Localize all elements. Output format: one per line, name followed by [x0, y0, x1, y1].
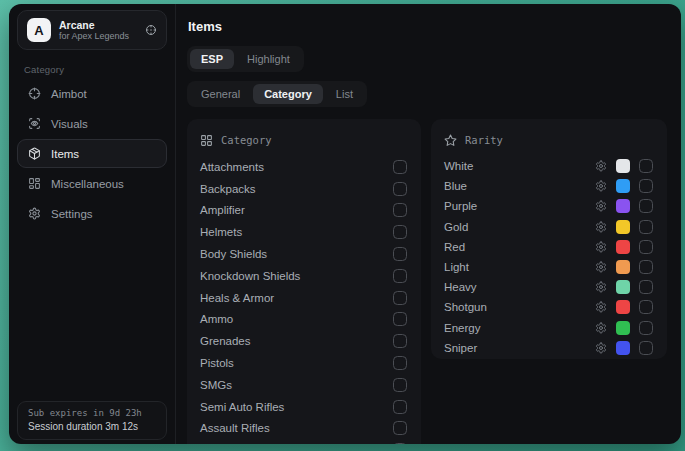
checkbox[interactable]	[393, 334, 407, 348]
category-row: Attachments	[200, 156, 407, 178]
tab-category[interactable]: Category	[253, 84, 323, 104]
color-swatch[interactable]	[616, 321, 630, 335]
brand-card: A Arcane for Apex Legends	[17, 10, 167, 50]
checkbox[interactable]	[393, 378, 407, 392]
gear-icon[interactable]	[595, 322, 607, 334]
checkbox[interactable]	[393, 203, 407, 217]
sidebar-item-label: Miscellaneous	[51, 178, 124, 190]
rarity-panel-header: Rarity	[444, 127, 653, 153]
star-icon	[444, 134, 457, 147]
checkbox[interactable]	[393, 225, 407, 239]
rarity-row: Purple	[444, 196, 653, 216]
checkbox[interactable]	[639, 300, 653, 314]
category-panel-header: Category	[200, 127, 407, 153]
checkbox[interactable]	[393, 269, 407, 283]
category-row-label: Attachments	[200, 161, 264, 173]
rarity-rows: WhiteBluePurpleGoldRedLightHeavyShotgunE…	[444, 156, 653, 358]
checkbox[interactable]	[393, 421, 407, 435]
rarity-row-label: Light	[444, 261, 469, 273]
color-swatch[interactable]	[616, 300, 630, 314]
sidebar-item-aimbot[interactable]: Aimbot	[17, 79, 167, 108]
crosshair-icon	[28, 87, 41, 100]
checkbox[interactable]	[639, 341, 653, 355]
gear-icon	[28, 207, 41, 220]
color-swatch[interactable]	[616, 220, 630, 234]
checkbox[interactable]	[639, 220, 653, 234]
checkbox[interactable]	[639, 179, 653, 193]
category-row-label: Helmets	[200, 226, 242, 238]
rarity-row-label: Energy	[444, 322, 480, 334]
checkbox[interactable]	[393, 291, 407, 305]
color-swatch[interactable]	[616, 199, 630, 213]
color-swatch[interactable]	[616, 179, 630, 193]
subscription-card: Sub expires in 9d 23h Session duration 3…	[17, 401, 167, 440]
category-row: Ammo	[200, 309, 407, 331]
view-tabs: GeneralCategoryList	[187, 81, 367, 107]
category-row-label: Body Shields	[200, 248, 267, 260]
gear-icon[interactable]	[595, 221, 607, 233]
session-duration-text: Session duration 3m 12s	[28, 421, 156, 432]
color-swatch[interactable]	[616, 260, 630, 274]
sidebar-item-items[interactable]: Items	[17, 139, 167, 168]
category-row: Heals & Armor	[200, 287, 407, 309]
category-row-label: Heals & Armor	[200, 292, 274, 304]
sidebar-section-label: Category	[24, 64, 167, 75]
rarity-row-controls	[595, 159, 653, 173]
rarity-row-label: Shotgun	[444, 301, 487, 313]
rarity-row-controls	[595, 199, 653, 213]
desktop-background: A Arcane for Apex Legends Category Aimbo…	[0, 0, 685, 451]
rarity-row: Heavy	[444, 277, 653, 297]
main-content: Items ESPHighlight GeneralCategoryList C…	[176, 4, 681, 444]
mode-tabs: ESPHighlight	[187, 46, 304, 72]
gear-icon[interactable]	[595, 160, 607, 172]
rarity-row-controls	[595, 240, 653, 254]
checkbox[interactable]	[639, 240, 653, 254]
gear-icon[interactable]	[595, 342, 607, 354]
color-swatch[interactable]	[616, 159, 630, 173]
gear-icon[interactable]	[595, 281, 607, 293]
rarity-row-label: Purple	[444, 200, 477, 212]
rarity-row-controls	[595, 220, 653, 234]
category-row-label: Knockdown Shields	[200, 270, 300, 282]
target-icon[interactable]	[145, 24, 157, 36]
rarity-row-controls	[595, 260, 653, 274]
checkbox[interactable]	[393, 443, 407, 444]
gear-icon[interactable]	[595, 200, 607, 212]
checkbox[interactable]	[639, 260, 653, 274]
checkbox[interactable]	[393, 312, 407, 326]
tab-highlight[interactable]: Highlight	[236, 49, 301, 69]
checkbox[interactable]	[639, 159, 653, 173]
checkbox[interactable]	[393, 400, 407, 414]
checkbox[interactable]	[393, 247, 407, 261]
rarity-row-label: Sniper	[444, 342, 477, 354]
gear-icon[interactable]	[595, 180, 607, 192]
rarity-row-controls	[595, 280, 653, 294]
tab-esp[interactable]: ESP	[190, 49, 234, 69]
tab-general[interactable]: General	[190, 84, 251, 104]
rarity-row: Blue	[444, 176, 653, 196]
checkbox[interactable]	[393, 356, 407, 370]
checkbox[interactable]	[639, 280, 653, 294]
category-row-label: Pistols	[200, 357, 234, 369]
gear-icon[interactable]	[595, 301, 607, 313]
color-swatch[interactable]	[616, 280, 630, 294]
sidebar-item-visuals[interactable]: Visuals	[17, 109, 167, 138]
color-swatch[interactable]	[616, 240, 630, 254]
gear-icon[interactable]	[595, 261, 607, 273]
sidebar-item-miscellaneous[interactable]: Miscellaneous	[17, 169, 167, 198]
color-swatch[interactable]	[616, 341, 630, 355]
checkbox[interactable]	[393, 182, 407, 196]
category-row: Assault Rifles	[200, 418, 407, 440]
gear-icon[interactable]	[595, 241, 607, 253]
sidebar-nav: AimbotVisualsItemsMiscellaneousSettings	[17, 79, 167, 229]
checkbox[interactable]	[393, 160, 407, 174]
checkbox[interactable]	[639, 199, 653, 213]
sidebar-item-label: Aimbot	[51, 88, 87, 100]
grid-icon	[200, 134, 213, 147]
category-row-label: Amplifier	[200, 204, 245, 216]
rarity-row-controls	[595, 179, 653, 193]
sidebar-item-settings[interactable]: Settings	[17, 199, 167, 228]
tab-list[interactable]: List	[325, 84, 364, 104]
checkbox[interactable]	[639, 321, 653, 335]
rarity-row: Light	[444, 257, 653, 277]
